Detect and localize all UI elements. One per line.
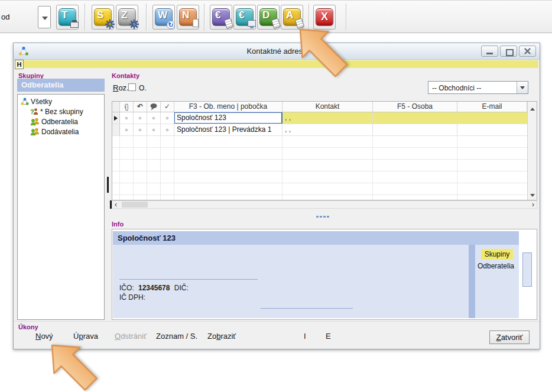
grid-vertical-scrollbar[interactable] [527, 102, 537, 200]
printer-glyph-icon [70, 22, 79, 28]
dialog-titlebar[interactable]: Kontaktné adresy [14, 43, 540, 60]
info-vertical-divider [469, 245, 475, 318]
euro-icon-letter: € [239, 9, 244, 21]
delete-action[interactable]: Odstrániť [115, 332, 147, 341]
e-action[interactable]: E [326, 332, 331, 341]
scrollbar-thumb[interactable] [522, 252, 532, 287]
label-key: p [79, 332, 83, 341]
ico-value: 12345678 [138, 284, 170, 292]
i-action[interactable]: I [304, 332, 306, 341]
refresh-glyph-icon: ↻ [167, 21, 175, 29]
list-action[interactable]: Zoznam / S. [156, 332, 197, 341]
actions-label: Úkony [18, 323, 38, 331]
t-icon-letter: T [61, 9, 67, 21]
person-column-header[interactable]: F5 - Osoba [373, 102, 457, 112]
close-button[interactable] [519, 46, 536, 57]
info-groups-title: Skupiny [481, 249, 513, 260]
contact-cell[interactable]: , , [283, 112, 373, 124]
note-column-header[interactable] [147, 102, 161, 112]
info-scrollbar[interactable] [519, 230, 536, 319]
toolbar-separator [146, 4, 147, 31]
company-name-cell[interactable]: Spoločnosť 123 [174, 112, 283, 124]
toolbar-button-euro-teal[interactable]: € [233, 5, 256, 30]
minimize-button[interactable] [481, 46, 498, 57]
a-addresses-icon: A [283, 8, 301, 26]
toolbar-button-euro-purple[interactable]: € [210, 5, 232, 30]
toolbar-button-n[interactable]: N [177, 5, 199, 30]
toolbar-button-d[interactable]: D [257, 5, 280, 30]
dic-label: DIČ: [174, 284, 189, 292]
email-column-header[interactable]: E-mail [457, 102, 527, 112]
label-key: O [115, 332, 121, 341]
row-selector-cell [112, 124, 120, 135]
euro-document-icon: € [212, 8, 230, 26]
grid-empty-area [112, 136, 527, 200]
contact-cell[interactable]: , , [283, 124, 373, 135]
toolbar-separator [204, 4, 204, 31]
ic-dph-label: IČ DPH: [119, 293, 145, 302]
groups-tree[interactable]: Všetky ? * Bez skupiny Odberatelia Dodáv… [17, 94, 105, 320]
current-row-arrow-icon [114, 116, 118, 121]
toolbar-button-t[interactable]: T [56, 5, 79, 30]
paperclip-icon [124, 103, 129, 112]
salesmen-dropdown-value: -- Obchodníci -- [432, 84, 481, 92]
info-company-header: Spoločnosť 123 [113, 231, 519, 245]
maximize-button[interactable] [500, 46, 517, 57]
t-icon: T [59, 8, 76, 26]
undo-column-header[interactable]: ↶ [134, 102, 147, 112]
contact-row[interactable]: ⋄ ⋄ ⋄ ⋄ Spoločnosť 123 | Prevádzka 1 , , [112, 124, 527, 136]
scroll-left-icon[interactable]: ‹ [115, 201, 117, 208]
tree-item-all[interactable]: Všetky [18, 97, 104, 107]
contact-row-selected[interactable]: ⋄ ⋄ ⋄ ⋄ Spoločnosť 123 , , [112, 112, 527, 124]
note-cell: ⋄ [147, 124, 161, 135]
tree-item-dodavatelia[interactable]: Dodávatelia [18, 127, 104, 137]
o-checkbox[interactable] [128, 83, 136, 91]
toolbar-button-w[interactable]: W ↻ [152, 5, 175, 30]
info-groups-panel: Skupiny Odberatelia [475, 245, 519, 318]
grid-horizontal-scrollbar[interactable]: ‹ › [112, 200, 537, 209]
scrollbar-thumb[interactable] [122, 202, 148, 208]
contact-column-header[interactable]: Kontakt [283, 102, 373, 112]
salesmen-dropdown[interactable]: -- Obchodníci -- [428, 81, 528, 94]
w-icon-letter: W [158, 9, 167, 21]
roz-link[interactable]: Roz. [113, 83, 129, 92]
name-column-header[interactable]: F3 - Ob. meno | pobočka [174, 102, 283, 112]
person-cell[interactable] [373, 124, 457, 135]
view-action[interactable]: Zobraziť [207, 332, 236, 341]
undo-cell: ⋄ [134, 124, 147, 135]
ic-dph-row: IČ DPH: [119, 293, 145, 302]
toolbar-button-s[interactable]: S [92, 5, 114, 30]
toolbar-prefix-text: od [1, 12, 9, 21]
new-action[interactable]: Nový [35, 332, 53, 341]
tree-item-no-group[interactable]: ? * Bez skupiny [18, 107, 104, 117]
email-cell[interactable] [457, 124, 527, 135]
groups-header: Odberatelia [17, 79, 105, 92]
toolbar-button-z[interactable]: Z [116, 5, 138, 30]
label-key: Z [496, 333, 501, 342]
scroll-up-icon[interactable] [528, 102, 537, 111]
scroll-down-icon[interactable] [528, 190, 537, 199]
tree-item-odberatelia[interactable]: Odberatelia [18, 117, 104, 127]
ico-row: IČO: 12345678 DIČ: [119, 284, 189, 292]
check-cell: ⋄ [161, 112, 174, 124]
company-name-cell[interactable]: Spoločnosť 123 | Prevádzka 1 [174, 124, 283, 135]
actions-separator [14, 321, 540, 322]
check-column-header[interactable]: ✓ [161, 102, 174, 112]
toolbar-dropdown[interactable] [38, 6, 51, 28]
check-icon: ✓ [164, 102, 170, 111]
euro-icon-letter: € [215, 9, 220, 21]
splitter-grip-vertical[interactable] [107, 177, 109, 193]
info-divider-line [119, 279, 258, 280]
attachment-column-header[interactable] [120, 102, 134, 112]
s-icon-letter: S [97, 9, 103, 21]
contacts-label: Kontakty [112, 72, 139, 79]
panel-splitter-handle[interactable] [316, 216, 329, 218]
contacts-grid[interactable]: ↶ ✓ F3 - Ob. meno | pobočka Kontakt F5 -… [112, 101, 537, 200]
scroll-right-icon[interactable]: › [532, 201, 534, 208]
close-dialog-button[interactable]: Zatvoriť [489, 331, 530, 344]
o-checkbox-label: O. [139, 84, 147, 92]
person-cell[interactable] [373, 112, 457, 124]
chevron-down-icon[interactable] [517, 82, 528, 93]
email-cell[interactable] [457, 112, 527, 124]
info-body: IČO: 12345678 DIČ: IČ DPH: [113, 245, 469, 318]
